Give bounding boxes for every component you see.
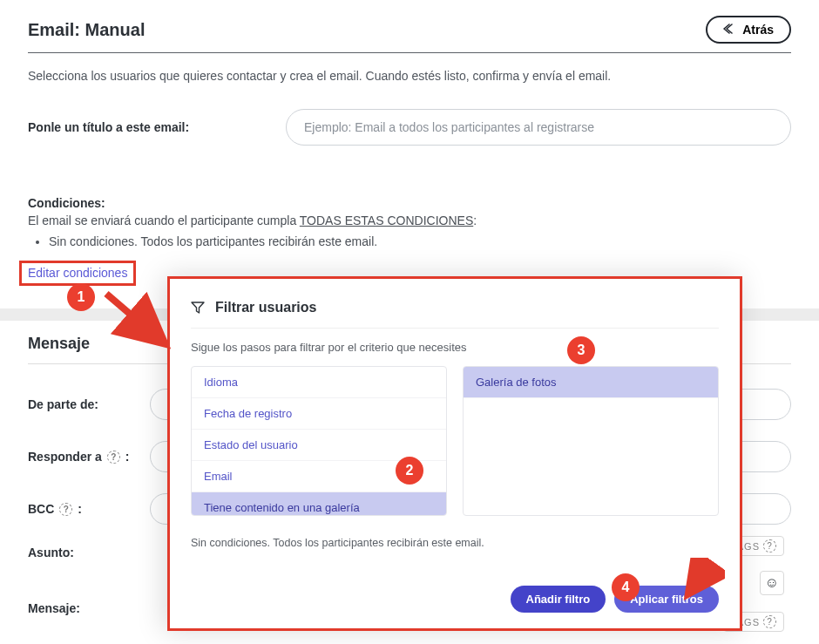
annotation-badge-1: 1 <box>67 283 95 311</box>
help-icon: ? <box>763 615 776 628</box>
edit-conditions-link[interactable]: Editar condiciones <box>28 266 127 280</box>
annotation-badge-3: 3 <box>567 336 595 364</box>
page-title: Email: Manual <box>28 20 145 40</box>
title-input[interactable] <box>286 109 791 146</box>
filter-type-listbox[interactable]: Idioma Fecha de registro Estado del usua… <box>191 366 447 516</box>
intro-text: Selecciona los usuarios que quieres cont… <box>28 69 791 83</box>
annotation-badge-2: 2 <box>396 457 423 485</box>
conditions-block: Condiciones: El email se enviará cuando … <box>28 196 791 286</box>
annotation-badge-4: 4 <box>612 573 640 601</box>
popover-subtitle: Sigue los pasos para filtrar por el crit… <box>191 341 719 354</box>
reply-to-label: Responder a ? : <box>28 450 150 464</box>
chevron-left-icon <box>723 24 735 36</box>
condition-bullet: Sin condiciones. Todos los participantes… <box>49 234 791 248</box>
back-button[interactable]: Atrás <box>706 16 791 44</box>
back-label: Atrás <box>742 23 774 37</box>
bcc-label: BCC ? : <box>28 502 150 516</box>
title-label: Ponle un título a este email: <box>28 120 263 134</box>
body-label: Mensaje: <box>28 601 150 615</box>
list-item[interactable]: Idioma <box>192 367 446 398</box>
list-item[interactable]: Galería de fotos <box>464 367 718 398</box>
help-icon[interactable]: ? <box>59 503 72 516</box>
from-label: De parte de: <box>28 397 150 411</box>
help-icon[interactable]: ? <box>107 451 120 464</box>
list-item[interactable]: Tiene contenido en una galería <box>192 492 446 516</box>
popover-title: Filtrar usuarios <box>215 300 316 315</box>
add-filter-button[interactable]: Añadir filtro <box>511 586 606 613</box>
list-item[interactable]: Fecha de registro <box>192 398 446 430</box>
help-icon: ? <box>763 539 776 552</box>
conditions-heading: Condiciones: <box>28 196 791 210</box>
filter-value-listbox[interactable]: Galería de fotos <box>463 366 719 516</box>
filter-popover: Filtrar usuarios Sigue los pasos para fi… <box>167 276 742 631</box>
subject-label: Asunto: <box>28 546 150 559</box>
popover-status: Sin condiciones. Todos los participantes… <box>191 537 719 549</box>
emoji-button[interactable]: ☺ <box>760 571 784 595</box>
smile-icon: ☺ <box>765 575 779 591</box>
funnel-icon <box>191 301 205 315</box>
edit-conditions-highlight: Editar condiciones <box>19 261 136 286</box>
conditions-line: El email se enviará cuando el participan… <box>28 214 791 227</box>
